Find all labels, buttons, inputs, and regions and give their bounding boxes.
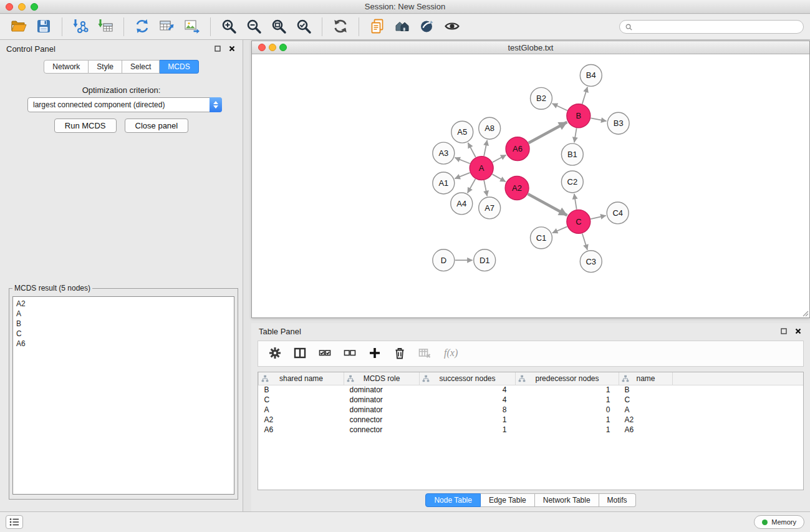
graph-edge[interactable] [455,158,470,164]
open-folder-button[interactable] [6,16,31,37]
graph-node[interactable]: A [470,157,493,180]
graph-edge[interactable] [484,140,487,156]
tab-mcds[interactable]: MCDS [160,60,198,74]
table-cell[interactable]: 1 [516,395,619,405]
refresh-button[interactable] [328,16,353,37]
graph-node[interactable]: B3 [607,112,629,134]
graph-node[interactable]: A7 [479,197,501,219]
snapshot-button[interactable] [365,16,390,37]
delete-row-button[interactable] [392,346,408,362]
zoom-out-button[interactable] [241,16,266,37]
table-cell[interactable]: 1 [516,425,619,435]
node-table-container[interactable]: shared nameMCDS rolesuccessor nodesprede… [258,372,804,490]
graph-edge[interactable] [552,226,567,233]
result-item[interactable]: C [16,329,231,339]
float-panel-button[interactable] [213,44,222,54]
table-row[interactable]: A2connector11A2 [259,415,804,425]
new-network-button[interactable] [130,16,155,37]
select-all-button[interactable] [317,346,333,362]
settings-gear-button[interactable] [267,346,283,362]
network-zoom-button[interactable] [279,44,287,51]
float-table-panel-button[interactable] [779,327,788,336]
columns-button[interactable] [292,346,308,362]
graph-node[interactable]: A8 [479,117,501,139]
graph-edge[interactable] [528,194,567,215]
resize-grip[interactable] [801,309,809,317]
graph-node[interactable]: C1 [531,227,552,249]
table-cell[interactable]: 1 [516,385,619,395]
tab-motifs[interactable]: Motifs [599,493,636,507]
table-cell[interactable]: A [259,405,344,415]
graph-node[interactable]: A5 [451,121,473,143]
memory-button[interactable]: Memory [754,515,804,529]
tab-network[interactable]: Network [44,60,89,74]
tab-node-table[interactable]: Node Table [425,493,481,507]
zoom-in-button[interactable] [216,16,241,37]
table-cell[interactable]: 4 [420,385,516,395]
new-table-button[interactable] [155,16,180,37]
graph-node[interactable]: A6 [506,137,529,161]
save-session-button[interactable] [31,16,56,37]
table-row[interactable]: A6connector11A6 [259,425,804,435]
column-header[interactable]: successor nodes [420,372,516,385]
minimize-window-button[interactable] [18,3,26,11]
graph-node[interactable]: B4 [580,64,602,86]
optimization-select[interactable]: largest connected component (directed) [27,97,222,112]
export-image-button[interactable] [180,16,205,37]
graph-edge[interactable] [582,87,587,104]
table-cell[interactable]: 4 [420,395,516,405]
close-table-panel-button[interactable] [793,327,803,336]
graph-node[interactable]: C3 [580,251,602,273]
tab-style[interactable]: Style [89,60,122,74]
graph-edge[interactable] [574,194,577,210]
table-row[interactable]: Bdominator41B [259,385,804,395]
search-field[interactable] [619,20,804,34]
table-cell[interactable]: 0 [516,405,619,415]
graph-edge[interactable] [493,174,506,181]
graph-edge[interactable] [552,104,567,110]
graph-edge[interactable] [468,143,475,157]
import-table-button[interactable] [93,16,118,37]
table-cell[interactable]: B [259,385,344,395]
column-header[interactable]: name [619,372,673,385]
mcds-result-list[interactable]: A2ABCA6 [12,296,234,495]
graph-node[interactable]: C2 [561,171,583,193]
network-graph[interactable]: B4B2BB3A5A8A6B1A3AC2A1A2A4A7C4CC1C3DD1 [252,54,809,317]
graph-edge[interactable] [468,179,476,193]
graph-edge[interactable] [529,122,567,143]
search-input[interactable] [636,22,798,31]
table-cell[interactable]: connector [344,415,420,425]
column-header[interactable]: MCDS role [344,372,420,385]
network-close-button[interactable] [258,44,266,51]
panel-menu-button[interactable] [6,515,23,529]
table-cell[interactable]: A6 [259,425,344,435]
table-cell[interactable]: 1 [420,415,516,425]
graph-node[interactable]: D1 [474,249,496,271]
details-button[interactable] [415,16,440,37]
graph-edge[interactable] [591,216,605,219]
close-window-button[interactable] [6,3,13,11]
graph-node[interactable]: A4 [451,193,473,215]
tab-edge-table[interactable]: Edge Table [481,493,535,507]
table-row[interactable]: Adominator80A [259,405,804,415]
table-cell[interactable]: dominator [344,395,420,405]
show-hide-eye-button[interactable] [440,16,465,37]
home-button[interactable] [390,16,415,37]
table-cell[interactable]: dominator [344,385,420,395]
zoom-window-button[interactable] [31,3,38,11]
result-item[interactable]: B [16,319,231,329]
table-cell[interactable]: C [259,395,344,405]
graph-node[interactable]: B1 [561,143,583,165]
graph-edge[interactable] [582,233,587,249]
graph-node[interactable]: C [567,210,591,233]
graph-edge[interactable] [455,173,470,179]
network-canvas[interactable]: B4B2BB3A5A8A6B1A3AC2A1A2A4A7C4CC1C3DD1 [252,54,809,317]
zoom-fit-button[interactable] [266,16,291,37]
table-cell[interactable]: dominator [344,405,420,415]
graph-node[interactable]: D [433,249,455,271]
result-item[interactable]: A [16,309,231,319]
table-cell[interactable]: C [619,395,673,405]
column-header[interactable]: shared name [259,372,344,385]
import-network-button[interactable] [68,16,93,37]
delete-table-button[interactable] [417,346,433,362]
